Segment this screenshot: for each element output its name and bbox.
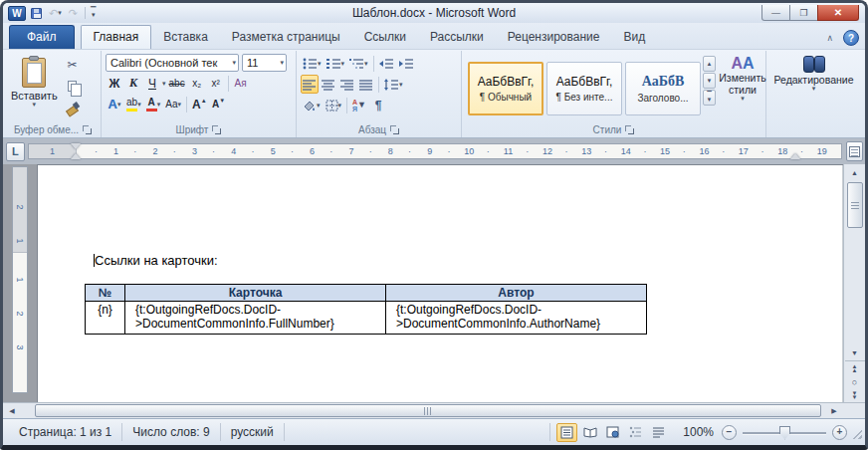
scroll-right-button[interactable]: ▶ bbox=[825, 403, 843, 418]
change-case-button[interactable]: Аа▾ bbox=[163, 95, 183, 113]
zoom-in-button[interactable]: + bbox=[832, 425, 847, 440]
underline-button[interactable]: Ч bbox=[143, 74, 161, 93]
justify-button[interactable] bbox=[357, 75, 375, 94]
cut-button[interactable]: ✂ bbox=[63, 55, 83, 74]
intro-paragraph[interactable]: Ссылки на карточки: bbox=[94, 253, 843, 268]
tab-insert[interactable]: Вставка bbox=[151, 26, 220, 49]
tab-references[interactable]: Ссылки bbox=[352, 26, 418, 49]
cell-number[interactable]: {n} bbox=[86, 302, 125, 335]
strikethrough-button[interactable]: abc bbox=[167, 74, 187, 93]
tab-page-layout[interactable]: Разметка страницы bbox=[220, 26, 352, 49]
tab-view[interactable]: Вид bbox=[611, 26, 657, 49]
zoom-level[interactable]: 100% bbox=[675, 425, 722, 439]
hscroll-track[interactable] bbox=[21, 403, 825, 418]
maximize-button[interactable]: ❐ bbox=[790, 5, 817, 21]
clipboard-dialog-launcher[interactable] bbox=[83, 125, 92, 134]
cell-card[interactable]: {t:OutgoingRefDocs.DocID->DocumentCommon… bbox=[125, 302, 386, 335]
tab-file[interactable]: Файл bbox=[9, 25, 75, 49]
minimize-ribbon-button[interactable]: ∧ bbox=[822, 32, 837, 44]
cell-author[interactable]: {t:OutgoingRefDocs.DocID->DocumentCommon… bbox=[386, 302, 647, 335]
reading-view-button[interactable] bbox=[579, 423, 600, 442]
hscroll-thumb[interactable] bbox=[35, 404, 821, 417]
header-card[interactable]: Карточка bbox=[125, 285, 386, 302]
style-item-1[interactable]: АаБбВвГг,¶ Без инте... bbox=[546, 62, 622, 115]
vertical-scrollbar[interactable]: ▲ ▼ ▲▲ ○ ▼▼ bbox=[843, 164, 865, 402]
print-layout-view-button[interactable] bbox=[556, 423, 577, 442]
resize-grip[interactable] bbox=[847, 423, 863, 441]
help-button[interactable]: ? bbox=[843, 30, 859, 46]
change-styles-button[interactable]: АА Изменить стили ▾ bbox=[716, 53, 769, 122]
grow-font-button[interactable]: А▲ bbox=[190, 95, 209, 113]
tab-mailings[interactable]: Рассылки bbox=[418, 26, 496, 49]
superscript-button[interactable]: x² bbox=[207, 74, 225, 93]
font-size-combo[interactable]: 11▾ bbox=[242, 54, 287, 72]
zoom-out-button[interactable]: − bbox=[722, 425, 737, 440]
references-table[interactable]: № Карточка Автор {n} {t:OutgoingRefDocs.… bbox=[85, 284, 647, 335]
ruler-toggle-button[interactable] bbox=[846, 141, 863, 161]
paste-button[interactable]: Вставить ▾ bbox=[7, 53, 62, 122]
editing-button[interactable]: Редактирование ▾ bbox=[770, 53, 858, 137]
decrease-indent-button[interactable] bbox=[377, 54, 396, 73]
zoom-slider[interactable] bbox=[743, 425, 826, 440]
align-left-button[interactable] bbox=[301, 75, 319, 94]
borders-button[interactable]: ▾ bbox=[324, 96, 344, 114]
draft-view-button[interactable] bbox=[648, 423, 669, 442]
gallery-up-button[interactable]: ▲ bbox=[703, 56, 716, 72]
font-color-button[interactable]: А ▾ bbox=[144, 95, 163, 113]
line-spacing-button[interactable]: ▾ bbox=[382, 75, 405, 94]
next-page-button[interactable]: ▼▼ bbox=[845, 388, 865, 402]
highlight-button[interactable]: ab ▾ bbox=[124, 95, 143, 113]
scroll-up-button[interactable]: ▲ bbox=[845, 164, 865, 180]
bullets-button[interactable]: ▾ bbox=[301, 54, 324, 73]
header-author[interactable]: Автор bbox=[386, 285, 647, 302]
align-center-button[interactable] bbox=[320, 75, 337, 94]
text-effects-button[interactable]: А▾ bbox=[106, 95, 123, 113]
font-dialog-launcher[interactable] bbox=[212, 125, 221, 134]
tab-stop-selector[interactable]: L bbox=[6, 142, 25, 161]
vscroll-thumb[interactable] bbox=[847, 182, 863, 228]
gallery-down-button[interactable]: ▼ bbox=[703, 73, 716, 89]
header-number[interactable]: № bbox=[86, 285, 125, 302]
subscript-button[interactable]: x₂ bbox=[188, 74, 206, 93]
style-item-0[interactable]: АаБбВвГг,¶ Обычный bbox=[468, 62, 543, 115]
document-page[interactable]: Ссылки на карточки: № Карточка Автор {n}… bbox=[37, 164, 843, 402]
multilevel-list-button[interactable]: ▾ bbox=[347, 54, 370, 73]
web-layout-view-button[interactable] bbox=[602, 423, 623, 442]
shrink-font-button[interactable]: А▼ bbox=[210, 95, 228, 113]
font-name-combo[interactable]: Calibri (Основной тек▾ bbox=[106, 54, 239, 72]
vscroll-track[interactable] bbox=[845, 180, 865, 344]
horizontal-scrollbar[interactable]: ◀ ▶ bbox=[3, 402, 865, 418]
format-painter-button[interactable] bbox=[63, 99, 83, 117]
page-indicator[interactable]: Страница: 1 из 1 bbox=[9, 423, 122, 441]
style-item-2[interactable]: АаБбВЗаголово... bbox=[625, 62, 701, 115]
styles-dialog-launcher[interactable] bbox=[625, 125, 634, 134]
close-button[interactable]: ✕ bbox=[817, 5, 859, 21]
tab-review[interactable]: Рецензирование bbox=[496, 26, 612, 49]
hanging-indent-marker[interactable] bbox=[71, 148, 81, 159]
word-count[interactable]: Число слов: 9 bbox=[122, 423, 220, 441]
bold-button[interactable]: Ж bbox=[106, 74, 123, 93]
horizontal-ruler[interactable]: 1 12345678910111213141516171819 bbox=[28, 143, 842, 159]
show-marks-button[interactable]: ¶ bbox=[369, 96, 387, 114]
align-right-button[interactable] bbox=[338, 75, 356, 94]
tab-home[interactable]: Главная bbox=[81, 25, 152, 49]
increase-indent-button[interactable] bbox=[397, 54, 416, 73]
numbering-button[interactable]: ▾ bbox=[325, 54, 347, 73]
sort-button[interactable]: АЯ ▼ bbox=[350, 96, 368, 114]
italic-button[interactable]: К bbox=[124, 74, 142, 93]
vertical-ruler[interactable]: 21 123 bbox=[12, 166, 28, 393]
gallery-more-button[interactable]: ▔▼ bbox=[703, 90, 716, 106]
paragraph-dialog-launcher[interactable] bbox=[390, 125, 399, 134]
copy-button[interactable] bbox=[63, 77, 83, 96]
scroll-down-button[interactable]: ▼ bbox=[845, 344, 865, 360]
previous-page-button[interactable]: ▲▲ bbox=[845, 361, 865, 375]
language-indicator[interactable]: русский bbox=[221, 423, 285, 441]
minimize-button[interactable]: — bbox=[761, 5, 790, 21]
shading-button[interactable]: ▾ bbox=[301, 96, 323, 114]
outline-view-button[interactable] bbox=[625, 423, 646, 442]
clear-formatting-button[interactable]: Ая bbox=[232, 74, 250, 93]
zoom-slider-handle[interactable] bbox=[779, 426, 790, 440]
scroll-left-button[interactable]: ◀ bbox=[3, 403, 21, 418]
underline-dropdown-icon[interactable]: ▾ bbox=[162, 81, 166, 87]
select-browse-object-button[interactable]: ○ bbox=[845, 375, 865, 388]
